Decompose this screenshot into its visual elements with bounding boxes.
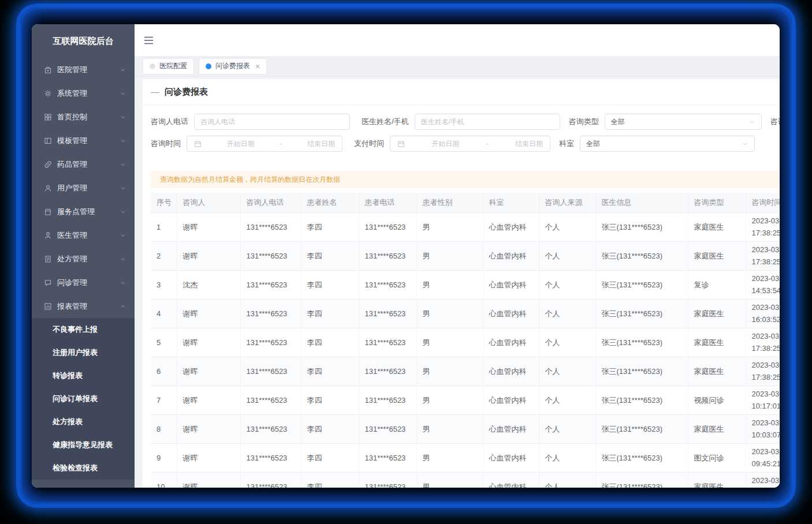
cell-patient_phone: 131****6523 [359, 473, 416, 488]
cell-patient_phone: 131****6523 [359, 386, 416, 415]
tab-1[interactable]: 医院配置 [143, 58, 194, 74]
cell-doctor: 张三(131****6523) [595, 473, 688, 488]
cell-consultant: 谢晖 [177, 242, 240, 271]
prescription-icon [44, 255, 52, 263]
consult-datetime: 2023-03-010:17:01 [752, 388, 780, 411]
cell-dept: 心血管内科 [483, 357, 539, 386]
filter-input-医生姓名/手机[interactable] [415, 114, 560, 130]
consult-time: 17:38:25 [752, 343, 780, 354]
sidebar-item-8[interactable]: 医生管理 [32, 223, 135, 247]
filter-item: 咨询类型全部 [569, 114, 762, 130]
cell-consultant_phone: 131****6523 [240, 415, 301, 444]
consult-datetime: 2023-03-017:38:25 [752, 475, 780, 488]
sidebar-item-label: 处方管理 [57, 254, 120, 264]
sidebar-item-label: 医院管理 [57, 65, 120, 75]
cell-patient: 李四 [301, 357, 359, 386]
sidebar-subitem-6[interactable]: 健康指导意见报表 [32, 433, 135, 456]
sidebar-item-1[interactable]: 医院管理 [32, 58, 135, 81]
cell-consultant_phone: 131****6523 [240, 271, 301, 300]
chevron-down-icon [120, 256, 126, 263]
chevron-down-icon [742, 140, 748, 147]
date-start-placeholder: 开始日期 [227, 139, 255, 149]
template-icon [44, 137, 52, 145]
consult-datetime: 2023-03-017:38:25 [752, 215, 780, 238]
cell-dept: 心血管内科 [483, 271, 539, 300]
cell-consult-time: 2023-03-010:17:01 [746, 386, 780, 415]
cell-patient: 李四 [301, 473, 359, 488]
filter-row-1: 咨询人电话医生姓名/手机咨询类型全部咨询人 [151, 113, 780, 130]
cell-source: 个人 [539, 415, 595, 444]
chevron-down-icon [120, 232, 126, 239]
filter-input-咨询人电话[interactable] [194, 114, 350, 130]
column-header: 咨询时间 [746, 193, 780, 213]
tab-bar: 医院配置问诊费报表× [135, 56, 780, 77]
filter-label: 咨询时间 [151, 139, 181, 149]
cell-patient: 李四 [301, 242, 359, 271]
sidebar-subitem-7[interactable]: 检验检查报表 [32, 456, 135, 480]
sidebar-item-5[interactable]: 药品管理 [32, 152, 135, 176]
cell-dept: 心血管内科 [483, 415, 539, 444]
cell-dept: 心血管内科 [483, 444, 539, 473]
cell-gender: 男 [416, 444, 483, 473]
filter-item: 咨询人 [770, 117, 780, 127]
cell-consultant_phone: 131****6523 [240, 242, 301, 271]
table-row: 4谢晖131****6523李四131****6523男心血管内科个人张三(13… [151, 300, 780, 328]
sidebar-subitem-5[interactable]: 处方报表 [32, 410, 135, 433]
date-separator: - [486, 140, 489, 148]
cell-source: 个人 [539, 213, 595, 242]
user-icon [44, 184, 52, 192]
consult-date: 2023-03-0 [752, 446, 780, 458]
cell-patient_phone: 131****6523 [359, 213, 416, 242]
sidebar-item-4[interactable]: 模板管理 [32, 129, 135, 152]
sidebar-item-label: 报表管理 [57, 301, 120, 312]
content: —问诊费报表 咨询人电话医生姓名/手机咨询类型全部咨询人咨询时间开始日期-结束日… [135, 77, 780, 488]
menu-fold-icon[interactable] [144, 36, 154, 44]
topbar [135, 24, 780, 56]
table-row: 5谢晖131****6523李四131****6523男心血管内科个人张三(13… [151, 328, 780, 357]
consult-datetime: 2023-03-014:53:54 [752, 273, 780, 296]
tab-2[interactable]: 问诊费报表× [199, 58, 267, 74]
page-title-row: —问诊费报表 [143, 79, 780, 105]
cell-type: 家庭医生 [688, 242, 746, 271]
home-grid-icon [44, 113, 52, 121]
sidebar-item-6[interactable]: 用户管理 [32, 176, 135, 200]
cell-no: 10 [151, 473, 177, 488]
select-dropdown[interactable]: 全部 [605, 114, 762, 130]
close-icon[interactable]: × [255, 62, 260, 70]
cell-patient_phone: 131****6523 [359, 300, 416, 328]
cell-dept: 心血管内科 [483, 213, 539, 242]
column-header: 序号 [151, 193, 177, 213]
cell-doctor: 张三(131****6523) [595, 386, 688, 415]
sidebar-item-3[interactable]: 首页控制 [32, 105, 135, 129]
consult-time: 14:53:54 [752, 285, 780, 297]
sidebar-subitem-4[interactable]: 问诊订单报表 [32, 387, 135, 410]
sidebar-item-9[interactable]: 处方管理 [32, 247, 135, 271]
sidebar-item-11[interactable]: 报表管理 [32, 294, 135, 318]
date-end-placeholder: 结束日期 [307, 139, 335, 149]
main-area: 医院配置问诊费报表× —问诊费报表 咨询人电话医生姓名/手机咨询类型全部咨询人咨… [135, 24, 780, 488]
sidebar-subitem-2[interactable]: 注册用户报表 [32, 341, 135, 364]
sidebar-subitem-3[interactable]: 转诊报表 [32, 364, 135, 387]
consult-date: 2023-03-0 [752, 360, 780, 371]
sidebar-item-2[interactable]: 系统管理 [32, 81, 135, 105]
notice-bar: 查询数据为自然月结算金额，跨月结算的数据归在次月数据 [151, 171, 780, 188]
chevron-down-icon [120, 114, 126, 121]
select-dropdown[interactable]: 全部 [580, 136, 755, 152]
chevron-up-icon [120, 303, 126, 310]
cell-source: 个人 [539, 242, 595, 271]
cell-doctor: 张三(131****6523) [595, 415, 688, 444]
sidebar-subitem-1[interactable]: 不良事件上报 [32, 318, 135, 341]
sidebar-item-7[interactable]: 服务点管理 [32, 200, 135, 223]
calendar-icon [194, 140, 202, 148]
consult-time: 16:03:52 [752, 314, 780, 325]
date-range-picker[interactable]: 开始日期-结束日期 [390, 136, 550, 152]
consult-datetime: 2023-03-009:45:21 [752, 446, 780, 469]
cell-type: 家庭医生 [688, 357, 746, 386]
sidebar-item-label: 医生管理 [57, 230, 120, 241]
cell-type: 家庭医生 [688, 213, 746, 242]
sidebar-item-10[interactable]: 问诊管理 [32, 271, 135, 294]
consult-datetime: 2023-03-017:38:25 [752, 360, 780, 383]
date-range-picker[interactable]: 开始日期-结束日期 [187, 136, 342, 152]
cell-type: 家庭医生 [688, 415, 746, 444]
consult-date: 2023-03-0 [752, 302, 780, 313]
